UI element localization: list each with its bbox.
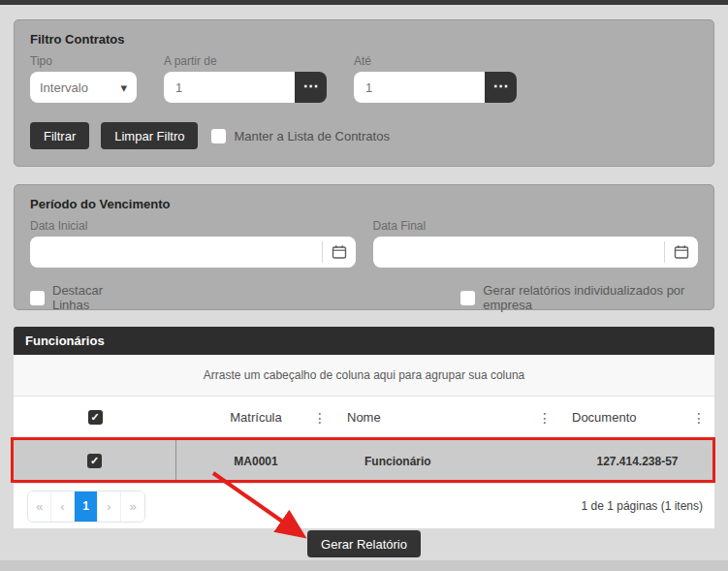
column-menu-icon[interactable]: ⋮ [688, 408, 710, 428]
data-final-input-wrap [373, 237, 699, 268]
data-final-field: Data Final [373, 219, 699, 268]
destacar-linhas-checkbox[interactable] [30, 291, 45, 305]
column-menu-icon[interactable]: ⋮ [534, 408, 555, 428]
destacar-linhas-checkbox-wrap[interactable]: Destacar Linhas [30, 283, 127, 312]
chevron-down-icon: ▾ [120, 81, 127, 94]
a-partir-de-lookup-button[interactable]: ⋯ [295, 72, 327, 103]
calendar-icon [332, 244, 347, 260]
select-all-checkbox[interactable]: ✓ [88, 410, 103, 425]
top-window-bar [0, 0, 728, 5]
pagination-bar: « ‹ 1 › » 1 de 1 páginas (1 itens) [14, 483, 714, 528]
periodo-vencimento-title: Período do Vencimento [30, 197, 698, 211]
pagination-summary: 1 de 1 páginas (1 itens) [582, 499, 703, 513]
last-page-button[interactable]: » [121, 492, 144, 522]
next-page-button[interactable]: › [98, 492, 121, 522]
a-partir-de-group: ⋯ [164, 72, 327, 103]
filtro-buttons-row: Filtrar Limpar Filtro Manter a Lista de … [30, 122, 698, 149]
matricula-value: MA0001 [234, 455, 277, 468]
row-nome-cell: Funcionário [335, 439, 560, 483]
column-header-matricula[interactable]: Matrícula ⋮ [176, 397, 335, 438]
pager: « ‹ 1 › » [27, 491, 145, 523]
row-checkbox[interactable]: ✓ [87, 454, 102, 468]
bottom-window-edge [0, 560, 728, 571]
column-header-label: Matrícula [230, 410, 281, 425]
data-inicial-label: Data Inicial [30, 219, 356, 233]
ate-label: Até [354, 54, 517, 68]
data-final-input[interactable] [373, 237, 665, 268]
tipo-select[interactable]: Intervalo ▾ [30, 72, 137, 103]
column-header-documento[interactable]: Documento ⋮ [560, 397, 714, 438]
column-menu-icon[interactable]: ⋮ [309, 408, 331, 428]
destacar-linhas-label: Destacar Linhas [52, 283, 127, 312]
data-inicial-field: Data Inicial [30, 219, 356, 268]
nome-value: Funcionário [364, 455, 431, 468]
prev-page-button[interactable]: ‹ [51, 492, 75, 522]
column-header-label: Nome [347, 410, 381, 425]
page: { "colors": { "page": "#dbdbdb", "panel"… [0, 0, 728, 571]
filtro-contratos-title: Filtro Contratos [30, 32, 698, 47]
a-partir-de-input[interactable] [164, 72, 295, 103]
data-inicial-input-wrap [30, 237, 356, 268]
ate-lookup-button[interactable]: ⋯ [485, 72, 517, 103]
select-all-header-cell: ✓ [14, 397, 176, 438]
ate-input[interactable] [354, 72, 485, 103]
a-partir-de-field: A partir de ⋯ [164, 54, 327, 103]
gerar-relatorio-button[interactable]: Gerar Relatório [307, 530, 421, 557]
data-final-label: Data Final [373, 219, 699, 233]
data-inicial-input[interactable] [30, 237, 322, 268]
table-header-row: ✓ Matrícula ⋮ Nome ⋮ Documento ⋮ [14, 397, 714, 439]
periodo-vencimento-panel: Período do Vencimento Data Inicial Data … [14, 184, 714, 310]
filtro-contratos-panel: Filtro Contratos Tipo Intervalo ▾ A part… [14, 19, 714, 167]
manter-lista-checkbox-wrap[interactable]: Manter a Lista de Contratos [211, 129, 389, 143]
gerar-individualizados-label: Gerar relatórios individualizados por em… [483, 283, 698, 312]
data-inicial-calendar-button[interactable] [322, 241, 356, 263]
a-partir-de-label: A partir de [164, 54, 327, 68]
calendar-icon [674, 244, 689, 260]
manter-lista-checkbox[interactable] [211, 129, 226, 143]
manter-lista-label: Manter a Lista de Contratos [234, 129, 389, 143]
tipo-label: Tipo [30, 54, 137, 68]
data-final-calendar-button[interactable] [664, 241, 698, 263]
ate-field: Até ⋯ [354, 54, 517, 103]
check-icon: ✓ [90, 456, 99, 466]
tipo-field: Tipo Intervalo ▾ [30, 54, 137, 103]
row-select-cell: ✓ [14, 439, 176, 483]
filtro-fields-row: Tipo Intervalo ▾ A partir de ⋯ Até ⋯ [30, 54, 698, 103]
column-header-nome[interactable]: Nome ⋮ [335, 397, 560, 438]
ellipsis-icon: ⋯ [303, 77, 319, 95]
column-header-label: Documento [572, 410, 636, 425]
table-row[interactable]: ✓ MA0001 Funcionário 127.414.238-57 [14, 439, 714, 483]
row-documento-cell: 127.414.238-57 [560, 439, 714, 483]
funcionarios-table: Funcionários Arraste um cabeçalho de col… [14, 327, 714, 528]
first-page-button[interactable]: « [28, 492, 51, 522]
limpar-filtro-button[interactable]: Limpar Filtro [101, 122, 198, 149]
page-1-button[interactable]: 1 [75, 492, 98, 522]
action-row: Gerar Relatório [0, 530, 728, 557]
ellipsis-icon: ⋯ [493, 77, 509, 95]
tipo-selected-value: Intervalo [40, 80, 88, 95]
date-fields-row: Data Inicial Data Final [30, 219, 698, 268]
gerar-individualizados-checkbox[interactable] [460, 291, 475, 305]
gerar-individualizados-checkbox-wrap[interactable]: Gerar relatórios individualizados por em… [460, 283, 698, 312]
group-by-drop-area[interactable]: Arraste um cabeçalho de coluna aqui para… [14, 355, 714, 397]
filtrar-button[interactable]: Filtrar [30, 122, 89, 149]
ate-group: ⋯ [354, 72, 517, 103]
check-icon: ✓ [90, 412, 99, 423]
funcionarios-title-bar: Funcionários [14, 327, 714, 355]
documento-value: 127.414.238-57 [596, 455, 678, 468]
row-matricula-cell: MA0001 [176, 439, 335, 483]
periodo-checkboxes-row: Destacar Linhas Gerar relatórios individ… [30, 283, 698, 312]
